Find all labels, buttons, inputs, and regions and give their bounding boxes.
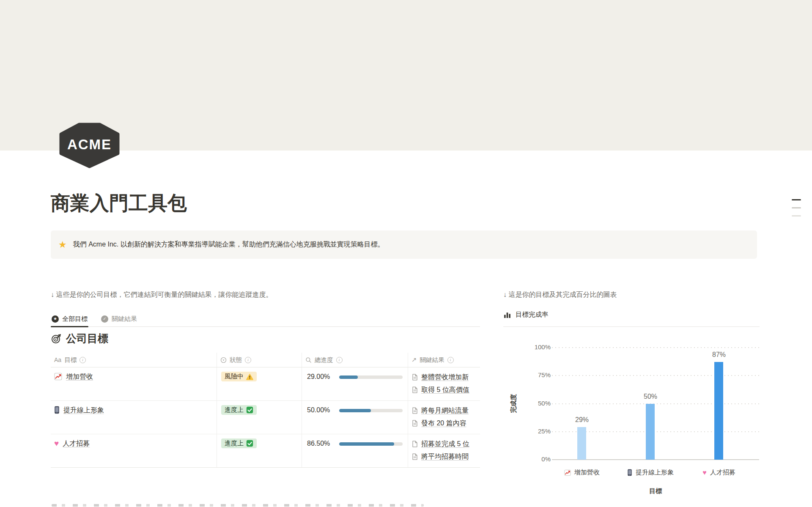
chart-increasing-icon: [564, 469, 571, 476]
page-icon: [412, 374, 418, 381]
key-result-link[interactable]: 將每月網站流量: [412, 405, 480, 416]
x-category-label: 提升線上形象: [614, 469, 686, 477]
progress-value: 29.00%: [307, 373, 335, 381]
chart-description: ↓ 這是你的目標及其完成百分比的圖表: [503, 289, 617, 300]
callout: ★ 我們 Acme Inc. 以創新的解決方案和專業指導賦能企業，幫助他們充滿信…: [51, 230, 757, 259]
column-label: 關鍵結果: [420, 356, 444, 364]
progress-bar: [339, 442, 403, 446]
x-category-label: 增加營收: [546, 469, 618, 477]
column-label: 總進度: [315, 356, 333, 364]
relation-property-icon: ↗: [411, 356, 417, 364]
column-label: 目標: [64, 356, 77, 364]
page-title[interactable]: 商業入門工具包: [51, 191, 187, 215]
view-tabs: ★ 全部目標 ✓ 關鍵結果: [51, 310, 480, 327]
warning-icon: [246, 373, 253, 380]
cover-image: [0, 0, 812, 151]
goals-description: ↓ 這些是你的公司目標，它們連結到可衡量的關鍵結果，讓你能追蹤進度。: [51, 289, 272, 300]
info-icon[interactable]: [245, 357, 251, 363]
acme-logo: ACME: [59, 123, 120, 168]
check-circle-icon: ✓: [101, 315, 108, 323]
database-title[interactable]: 公司目標: [66, 332, 108, 345]
bar-chart-icon: [503, 311, 511, 319]
chart-plot-area: 29% 50% 87%: [552, 348, 759, 460]
tab-key-results-label: 關鍵結果: [112, 315, 137, 323]
progress-value: 86.50%: [307, 439, 335, 447]
callout-text: 我們 Acme Inc. 以創新的解決方案和專業指導賦能企業，幫助他們充滿信心地…: [73, 240, 384, 249]
y-tick-label: 0%: [525, 455, 551, 463]
key-result-link[interactable]: 發布 20 篇內容: [412, 418, 480, 429]
goals-table: Aa 目標 狀態 總進度 ↗: [51, 353, 480, 468]
y-tick-label: 75%: [525, 371, 551, 378]
page-icon: [412, 441, 418, 447]
column-header-progress[interactable]: 總進度: [302, 353, 408, 367]
select-property-icon: [220, 357, 227, 363]
bar-value-label: 87%: [706, 351, 732, 359]
chart-title: 目標完成率: [516, 310, 549, 319]
status-label: 進度上: [225, 406, 244, 414]
check-mark-icon: [246, 440, 253, 447]
acme-logo-text: ACME: [67, 137, 112, 152]
key-result-link[interactable]: 招募並完成 5 位: [412, 438, 480, 449]
y-tick-label: 25%: [525, 428, 551, 435]
text-property-icon: Aa: [54, 356, 61, 363]
info-icon[interactable]: [80, 357, 86, 363]
tab-key-results[interactable]: ✓ 關鍵結果: [100, 310, 138, 326]
toc-line: [792, 215, 801, 217]
search-property-icon: [305, 357, 312, 363]
status-badge[interactable]: 風險中: [221, 372, 257, 381]
table-header-row: Aa 目標 狀態 總進度 ↗: [51, 353, 480, 367]
pink-heart-icon: ♥: [54, 439, 59, 447]
table-row: 增加營收 風險中 29.00%: [51, 367, 480, 401]
bar-value-label: 50%: [638, 393, 663, 400]
column-header-status[interactable]: 狀態: [217, 353, 302, 367]
goal-link[interactable]: 提升線上形象: [63, 406, 104, 415]
table-row: ♥ 人才招募 進度上 86.50%: [51, 434, 480, 468]
progress-value: 50.00%: [307, 406, 335, 414]
bar-increase-revenue[interactable]: [577, 427, 586, 460]
status-label: 進度上: [225, 439, 244, 447]
column-label: 狀態: [230, 356, 242, 364]
goal-link[interactable]: 增加營收: [66, 373, 93, 381]
chart-header[interactable]: 目標完成率: [503, 310, 549, 319]
bar-talent-recruiting[interactable]: [714, 362, 723, 460]
x-axis-title: 目標: [552, 487, 759, 495]
target-arrow-icon: [51, 333, 62, 344]
database-heading: 公司目標: [51, 332, 108, 345]
divider: [503, 326, 760, 327]
check-mark-icon: [246, 406, 253, 414]
tab-all-goals-label: 全部目標: [62, 315, 88, 323]
tab-all-goals[interactable]: ★ 全部目標: [51, 310, 88, 326]
page-icon: [412, 420, 418, 427]
pink-heart-icon: ♥: [702, 469, 707, 476]
x-category-label: ♥ 人才招募: [683, 469, 755, 477]
status-badge[interactable]: 進度上: [221, 405, 257, 415]
status-badge[interactable]: 進度上: [221, 438, 257, 448]
page-icon: [412, 386, 418, 393]
status-label: 風險中: [225, 373, 244, 381]
progress-bar: [339, 375, 403, 379]
y-tick-label: 50%: [525, 400, 551, 407]
toc-line: [792, 207, 801, 208]
y-tick-label: 100%: [525, 343, 551, 351]
table-row: 提升線上形象 進度上 50.00%: [51, 401, 480, 434]
star-circle-icon: ★: [52, 315, 59, 323]
key-result-link[interactable]: 取得 5 位高價值: [412, 384, 480, 395]
goal-link[interactable]: 人才招募: [63, 439, 90, 448]
chart-section: ↓ 這是你的目標及其完成百分比的圖表 目標完成率 完成度 100% 75% 50…: [503, 289, 760, 507]
column-header-goal[interactable]: Aa 目標: [51, 353, 217, 367]
info-icon[interactable]: [336, 357, 343, 363]
page-icon: [412, 453, 418, 460]
bar-value-label: 29%: [569, 416, 595, 424]
key-result-link[interactable]: 將平均招募時間: [412, 451, 480, 462]
column-header-key-results[interactable]: ↗ 關鍵結果: [408, 353, 480, 367]
bar-online-presence[interactable]: [646, 404, 655, 460]
mobile-phone-icon: [54, 406, 60, 414]
mobile-phone-icon: [627, 469, 632, 476]
key-result-link[interactable]: 整體營收增加新: [412, 372, 480, 383]
progress-bar: [339, 409, 403, 412]
chart-increasing-icon: [54, 373, 62, 381]
page-icon: [412, 407, 418, 414]
glowing-star-icon: ★: [58, 240, 67, 249]
table-of-contents-indicator[interactable]: [792, 199, 801, 223]
info-icon[interactable]: [447, 357, 454, 363]
